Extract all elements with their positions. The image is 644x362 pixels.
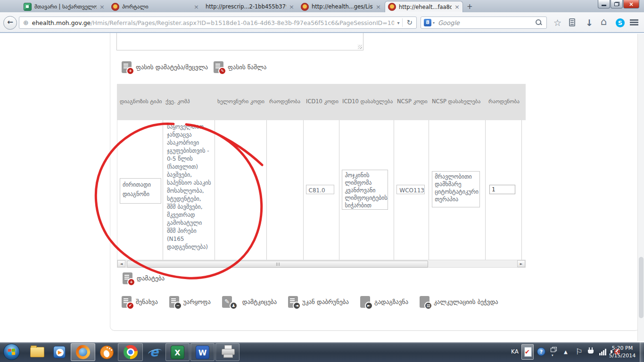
cell-ncsp-name: მრავლობითი დამხმარე ციტოსტატიკური თერაპი… (429, 120, 486, 260)
document-icon: + (123, 272, 132, 284)
taskbar-clock[interactable]: 5:20 PM 5/15/2014 (606, 345, 638, 360)
page-vertical-scrollbar[interactable] (637, 34, 644, 341)
downloads-icon[interactable]: ↓ (586, 17, 593, 28)
arrow-left-badge-icon: ◄ (293, 302, 301, 310)
tray-windows-icon[interactable] (551, 347, 557, 352)
tab-close-icon[interactable]: × (194, 3, 199, 10)
taskbar-media-player-button[interactable]: ▶ (49, 343, 70, 361)
taskbar-word-button[interactable]: W (190, 343, 215, 361)
power-plug-icon[interactable] (588, 347, 594, 356)
tab-title: http://ehealt...faa8dda664a6 (399, 4, 452, 10)
document-icon: − (169, 296, 179, 308)
forward-label: გადაგზავნა (374, 298, 408, 305)
taskbar-excel-button[interactable]: X (165, 343, 190, 361)
globe-icon: ⊕ (23, 19, 29, 26)
edit-badge-icon: ✎ (218, 67, 226, 75)
person-badge-icon: ♟ (230, 302, 238, 310)
bookmarks-panel-icon[interactable] (569, 18, 575, 26)
tray-windows-dropdown-icon[interactable]: ▾ (552, 354, 553, 357)
add-button[interactable]: + დამატება (123, 272, 165, 284)
col-header-ncsp-name: NCSP დასახელება (429, 84, 486, 120)
window-close-button[interactable]: × (623, 0, 639, 8)
document-icon: ► (360, 296, 370, 308)
browser-tab-prescription[interactable]: http://prescrip...2-1bb455b37925 × (203, 1, 297, 12)
cell-quantity1 (267, 120, 304, 260)
approve-button[interactable]: ✎ ♟ დამტკიცება (222, 296, 277, 308)
ncsp-name-field: მრავლობითი დამხმარე ციტოსტატიკური თერაპი… (432, 171, 480, 207)
taskbar-printer-button[interactable] (215, 343, 239, 361)
url-path: /Hmis/Referrals/Pages/Register.aspx?ID=b… (91, 19, 394, 26)
window-restore-button[interactable] (611, 0, 623, 8)
action-center-flag-icon[interactable]: ⚐ (576, 347, 583, 356)
browser-tab-list[interactable]: http://ehealth...ges/List.aspx × (298, 1, 384, 12)
taskbar-gom-player-button[interactable] (96, 343, 117, 361)
tab-close-icon[interactable]: × (99, 3, 105, 10)
search-input[interactable]: 8 ▾ Google (421, 16, 547, 29)
scrollbar-thumb[interactable] (127, 261, 428, 268)
word-icon: W (196, 346, 209, 359)
url-bar[interactable]: ⊕ ehealth.moh.gov.ge /Hmis/Referrals/Pag… (19, 16, 417, 29)
home-icon[interactable]: ⌂ (601, 17, 607, 26)
browser-tab-portal[interactable]: პორტალი × (108, 1, 202, 12)
col-header-diagnosis-type: დიაგნოზის ტიპი (117, 84, 163, 120)
tab-title: http://prescrip...2-1bb455b37925 (206, 3, 286, 10)
taskbar-ie-button[interactable]: e (144, 343, 165, 361)
cell-icd10-code: C81.0 (304, 120, 340, 260)
tab-close-icon[interactable]: × (454, 3, 460, 10)
new-tab-button[interactable]: + (464, 2, 476, 11)
comment-textarea[interactable] (116, 33, 363, 50)
scroll-left-button[interactable]: ◄ (117, 260, 125, 267)
menu-hamburger-icon[interactable] (630, 19, 638, 21)
scroll-right-button[interactable]: ► (517, 260, 525, 267)
go-back-button[interactable]: ◄ უკან დაბრუნება (288, 296, 349, 308)
browser-tab-register-active[interactable]: http://ehealt...faa8dda664a6 × (385, 1, 463, 12)
ncsp-code-field: WCO113 (396, 185, 425, 194)
table-horizontal-scrollbar[interactable]: ◄ ► (117, 260, 526, 268)
taskbar-chrome-button[interactable] (118, 343, 143, 361)
search-engine-icon[interactable]: 8 (424, 19, 431, 26)
windows-logo-icon (8, 349, 16, 356)
document-icon: ✔ (122, 296, 132, 308)
tray-spellcheck-button[interactable]: ✔ (521, 344, 534, 360)
textarea-resize-grip-icon[interactable] (358, 45, 362, 49)
window-minimize-button[interactable] (598, 0, 610, 8)
start-button[interactable] (3, 344, 20, 360)
search-icon[interactable] (535, 19, 543, 26)
tab-close-icon[interactable]: × (376, 3, 381, 10)
forward-button[interactable]: ► გადაგზავნა (360, 296, 408, 308)
price-add-button[interactable]: + ფასის დამატება/შეცვლა (122, 61, 208, 73)
browser-tab-home[interactable]: მთავარი | საქართველოს ... × (21, 1, 107, 12)
cell-sub-comp: საყოველთაო ჯანდაცვა ასაკობრივი ჯგუფებისთ… (163, 120, 215, 260)
language-indicator[interactable]: KA (511, 348, 519, 355)
minimize-icon (602, 5, 606, 6)
browser-tab-bar: მთავარი | საქართველოს ... × პორტალი × ht… (0, 0, 644, 12)
quantity-input[interactable]: 1 (489, 185, 515, 194)
show-hidden-icons-button[interactable]: ▲ (564, 349, 568, 354)
table-row: ძირითადი დიაგნოზი საყოველთაო ჯანდაცვა ას… (117, 120, 526, 260)
price-delete-button[interactable]: ✎ ფასის წაშლა (214, 61, 266, 73)
search-engine-dropdown-icon[interactable]: ▾ (433, 21, 435, 25)
approve-label: დამტკიცება (242, 298, 277, 305)
tab-close-icon[interactable]: × (289, 3, 294, 10)
tray-help-icon[interactable]: ? (537, 347, 545, 356)
internet-explorer-icon: e (150, 345, 158, 359)
bookmark-star-icon[interactable]: ☆ (553, 18, 561, 27)
screen: მთავარი | საქართველოს ... × პორტალი × ht… (0, 0, 644, 362)
show-desktop-button[interactable] (640, 342, 644, 362)
url-domain: ehealth.moh.gov.ge (32, 19, 91, 26)
skype-icon[interactable]: S (616, 18, 625, 27)
crest-favicon-icon (301, 3, 309, 11)
reload-button[interactable]: ↻ (406, 18, 413, 27)
taskbar-firefox-button[interactable] (71, 343, 95, 361)
print-calculation-label: კალკულაციის ბეჭვდა (434, 298, 498, 305)
taskbar-explorer-button[interactable] (26, 343, 48, 361)
save-button[interactable]: ✔ შენახვა (122, 296, 158, 308)
search-placeholder: Google (438, 19, 535, 26)
tab-title: http://ehealth...ges/List.aspx (312, 3, 373, 10)
print-calculation-button[interactable]: ▤ კალკულაციის ბეჭვდა (420, 296, 498, 308)
tab-title: მთავარი | საქართველოს ... (34, 3, 97, 10)
reject-button[interactable]: − უარყოფა (169, 296, 211, 308)
scrollbar-thumb[interactable] (639, 257, 644, 318)
url-dropdown-icon[interactable]: ▾ (397, 20, 399, 25)
back-button[interactable]: ← (3, 16, 17, 30)
